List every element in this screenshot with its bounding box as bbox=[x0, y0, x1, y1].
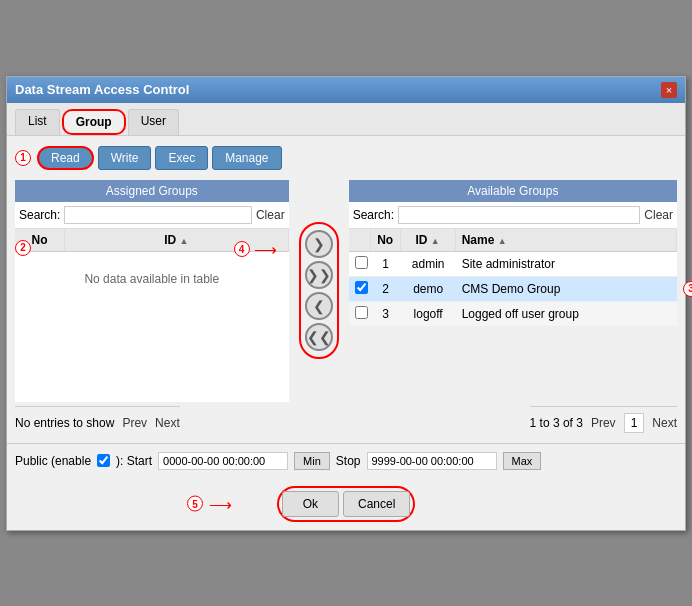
public-label: Public (enable bbox=[15, 454, 91, 468]
ok-cancel-oval: Ok Cancel bbox=[277, 486, 416, 522]
available-search-label: Search: bbox=[353, 208, 394, 222]
move-right-button[interactable]: ❯ bbox=[305, 230, 333, 258]
sort-icon-3: ▲ bbox=[498, 236, 507, 246]
sort-icon-2: ▲ bbox=[431, 236, 440, 246]
annotation-3: 3 bbox=[683, 281, 692, 297]
tab-user[interactable]: User bbox=[128, 109, 179, 135]
annotation-1: 1 bbox=[15, 150, 31, 166]
available-page-num: 1 bbox=[624, 413, 645, 433]
perm-write-button[interactable]: Write bbox=[98, 146, 152, 170]
move-right-all-button[interactable]: ❯❯ bbox=[305, 261, 333, 289]
stop-input[interactable] bbox=[367, 452, 497, 470]
tabs-row: List Group User bbox=[7, 103, 685, 136]
available-col-check bbox=[349, 229, 371, 251]
assigned-footer: No entries to show Prev Next bbox=[15, 406, 180, 439]
row2-name: CMS Demo Group bbox=[456, 278, 677, 300]
annotation-4-group: 4 ⟶ bbox=[234, 240, 277, 259]
row2-checkbox-cell bbox=[349, 277, 371, 301]
row2-no: 2 bbox=[371, 278, 401, 300]
tab-list[interactable]: List bbox=[15, 109, 60, 135]
row3-id: logoff bbox=[401, 303, 456, 325]
annotation-5-group: 5 ⟶ bbox=[187, 494, 232, 513]
perm-buttons: Read Write Exec Manage bbox=[29, 140, 290, 176]
available-footer-text: 1 to 3 of 3 bbox=[530, 416, 583, 430]
assigned-no-data: No data available in table bbox=[15, 252, 289, 306]
arrow-buttons-oval: ❯ ❯❯ ❮ ❮❮ bbox=[299, 222, 339, 359]
row1-checkbox[interactable] bbox=[355, 256, 368, 269]
row3-no: 3 bbox=[371, 303, 401, 325]
close-button[interactable]: × bbox=[661, 82, 677, 98]
table-row: 3 logoff Logged off user group bbox=[349, 302, 677, 327]
row3-name: Logged off user group bbox=[456, 303, 677, 325]
available-prev-button[interactable]: Prev bbox=[591, 416, 616, 430]
assigned-clear-button[interactable]: Clear bbox=[256, 208, 285, 222]
annotation-4: 4 bbox=[234, 241, 250, 257]
available-footer: 1 to 3 of 3 Prev 1 Next bbox=[530, 406, 677, 439]
panels-container: 2 Assigned Groups Search: Clear No ID ▲ … bbox=[7, 180, 685, 402]
cancel-button[interactable]: Cancel bbox=[343, 491, 410, 517]
dialog: Data Stream Access Control × List Group … bbox=[6, 76, 686, 531]
available-search-row: Search: Clear bbox=[349, 202, 677, 229]
available-search-input[interactable] bbox=[398, 206, 640, 224]
max-button[interactable]: Max bbox=[503, 452, 542, 470]
available-clear-button[interactable]: Clear bbox=[644, 208, 673, 222]
perm-manage-button[interactable]: Manage bbox=[212, 146, 281, 170]
row1-checkbox-cell bbox=[349, 252, 371, 276]
assigned-search-row: Search: Clear bbox=[15, 202, 289, 229]
available-panel: Available Groups Search: Clear No ID ▲ N… bbox=[349, 180, 677, 402]
annotation-2: 2 bbox=[15, 240, 31, 256]
assigned-prev-button[interactable]: Prev bbox=[122, 416, 147, 430]
ok-button[interactable]: Ok bbox=[282, 491, 339, 517]
annotation-5-arrow: ⟶ bbox=[209, 494, 232, 513]
bottom-bar: Public (enable ): Start Min Stop Max bbox=[7, 443, 685, 478]
row2-id: demo bbox=[401, 278, 456, 300]
available-col-id: ID ▲ bbox=[401, 229, 456, 251]
assigned-panel: Assigned Groups Search: Clear No ID ▲ No… bbox=[15, 180, 289, 402]
available-header: Available Groups bbox=[349, 180, 677, 202]
move-left-button[interactable]: ❮ bbox=[305, 292, 333, 320]
assigned-next-button[interactable]: Next bbox=[155, 416, 180, 430]
dialog-title: Data Stream Access Control × bbox=[7, 77, 685, 103]
available-next-button[interactable]: Next bbox=[652, 416, 677, 430]
table-row: 1 admin Site administrator bbox=[349, 252, 677, 277]
start-input[interactable] bbox=[158, 452, 288, 470]
start-label: ): Start bbox=[116, 454, 152, 468]
annotation-4-arrow: ⟶ bbox=[254, 240, 277, 259]
min-button[interactable]: Min bbox=[294, 452, 330, 470]
stop-label: Stop bbox=[336, 454, 361, 468]
public-checkbox[interactable] bbox=[97, 454, 110, 467]
perm-exec-button[interactable]: Exec bbox=[155, 146, 208, 170]
row3-checkbox[interactable] bbox=[355, 306, 368, 319]
sort-icon: ▲ bbox=[180, 236, 189, 246]
dialog-title-text: Data Stream Access Control bbox=[15, 82, 189, 97]
tab-group[interactable]: Group bbox=[62, 109, 126, 135]
row3-checkbox-cell bbox=[349, 302, 371, 326]
close-icon: × bbox=[666, 84, 672, 96]
assigned-search-input[interactable] bbox=[64, 206, 252, 224]
perm-section: 1 Read Write Exec Manage bbox=[7, 136, 685, 180]
row2-checkbox[interactable] bbox=[355, 281, 368, 294]
assigned-table-body: No data available in table bbox=[15, 252, 289, 402]
available-col-name: Name ▲ bbox=[456, 229, 677, 251]
move-left-all-button[interactable]: ❮❮ bbox=[305, 323, 333, 351]
row1-no: 1 bbox=[371, 253, 401, 275]
row1-name: Site administrator bbox=[456, 253, 677, 275]
middle-buttons: 4 ⟶ ❯ ❯❯ ❮ ❮❮ bbox=[289, 180, 349, 402]
available-col-no: No bbox=[371, 229, 401, 251]
ok-cancel-row: 5 ⟶ Ok Cancel bbox=[7, 478, 685, 530]
footer-row: No entries to show Prev Next 1 to 3 of 3… bbox=[7, 402, 685, 443]
perm-read-button[interactable]: Read bbox=[37, 146, 94, 170]
annotation-5: 5 bbox=[187, 496, 203, 512]
assigned-footer-text: No entries to show bbox=[15, 416, 114, 430]
assigned-header: Assigned Groups bbox=[15, 180, 289, 202]
table-row: 3 2 demo CMS Demo Group bbox=[349, 277, 677, 302]
assigned-search-label: Search: bbox=[19, 208, 60, 222]
row1-id: admin bbox=[401, 253, 456, 275]
available-table-header: No ID ▲ Name ▲ bbox=[349, 229, 677, 252]
